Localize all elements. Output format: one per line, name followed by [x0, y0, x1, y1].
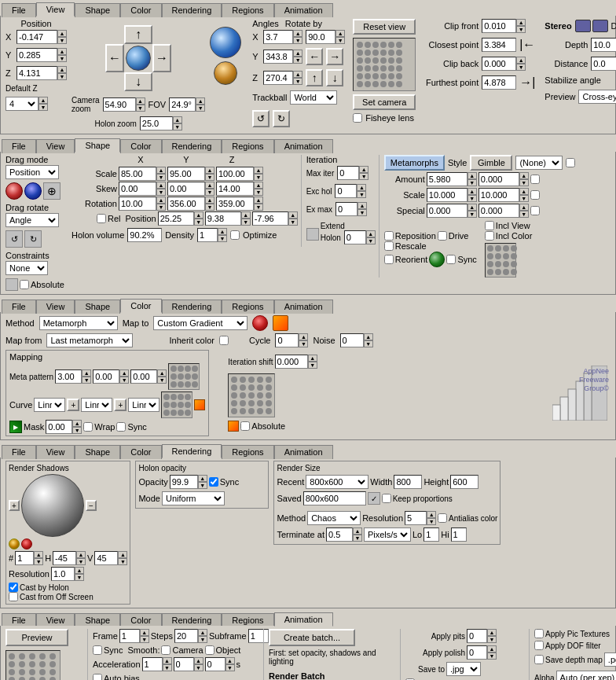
opacity-input[interactable]: ▲▼ — [170, 475, 207, 489]
hash-input[interactable]: ▲▼ — [15, 551, 43, 565]
scale3-input2[interactable]: ▲▼ — [478, 188, 529, 202]
none-select[interactable]: (None) — [515, 156, 563, 170]
drag-mode-select[interactable]: Position — [6, 165, 59, 179]
depth-input[interactable]: ▲▼ — [591, 38, 616, 52]
exc-hol-input[interactable]: ▲▼ — [335, 184, 366, 198]
opacity-sync-check[interactable] — [209, 477, 218, 487]
antialias-check[interactable] — [438, 513, 447, 523]
apply-polish-input[interactable]: ▲▼ — [467, 645, 497, 660]
nav-right-btn[interactable]: → — [152, 44, 171, 72]
preview-btn[interactable]: Preview — [6, 629, 68, 646]
pos-z-input[interactable]: ▲▼ — [252, 211, 298, 226]
rel-checkbox[interactable] — [97, 214, 106, 223]
amount-input2[interactable]: ▲▼ — [478, 172, 529, 186]
hi-input[interactable] — [451, 527, 467, 542]
tab-regions-1[interactable]: Regions — [222, 3, 273, 17]
cycle-input[interactable]: ▲▼ — [275, 333, 308, 347]
scale3-check[interactable] — [530, 190, 540, 200]
incl-view-check[interactable] — [485, 221, 494, 230]
set-camera-btn[interactable]: Set camera — [353, 94, 416, 110]
tab-file-1[interactable]: File — [2, 3, 36, 17]
scale3-input1[interactable]: ▲▼ — [427, 188, 477, 202]
keep-proportions-check[interactable] — [382, 494, 391, 503]
tab-shape-2[interactable]: Shape — [75, 138, 120, 153]
save-to-select[interactable]: .jpg — [446, 662, 481, 676]
curve-plus2[interactable]: + — [114, 399, 126, 411]
amount-check[interactable] — [530, 175, 540, 184]
acc-input2[interactable]: ▲▼ — [174, 657, 204, 671]
apply-pic-check[interactable] — [534, 629, 544, 638]
furthest-input[interactable] — [482, 75, 516, 90]
rotate-up-btn[interactable]: ↑ — [306, 69, 323, 86]
ax-input[interactable]: ▲▼ — [263, 30, 302, 44]
tab-regions-2[interactable]: Regions — [222, 139, 273, 153]
save-depth-check[interactable] — [534, 655, 544, 664]
map-from-select[interactable]: Last metamorph — [46, 333, 133, 347]
tab-file-4[interactable]: File — [2, 445, 36, 459]
alpha-select[interactable]: Auto (per xep) — [556, 671, 616, 680]
rescale-check[interactable] — [384, 241, 394, 251]
drag-rotate-select[interactable]: Angle — [6, 213, 59, 227]
constraints-select[interactable]: None — [6, 261, 48, 275]
sync3-check[interactable] — [116, 422, 126, 432]
nav-left-btn[interactable]: ← — [105, 44, 124, 72]
holon-vol-input[interactable] — [127, 228, 162, 242]
refresh-2-btn[interactable]: ↻ — [273, 110, 290, 127]
frame-input[interactable]: ▲▼ — [119, 629, 149, 643]
tab-rendering-1[interactable]: Rendering — [162, 3, 222, 17]
fisheye-checkbox[interactable] — [353, 113, 362, 123]
cast-by-holon-check[interactable] — [9, 583, 18, 592]
pos-y-input[interactable]: ▲▼ — [205, 211, 251, 226]
rot-input[interactable]: ▲▼ — [306, 30, 345, 44]
cast-from-off-check[interactable] — [9, 592, 18, 601]
density-input[interactable]: ▲▼ — [197, 228, 227, 242]
noise-input[interactable]: ▲▼ — [340, 333, 373, 347]
preview-select[interactable]: Cross-eye — [578, 90, 616, 104]
default-z-down[interactable]: ▼ — [38, 104, 48, 111]
pos-x-input[interactable]: ▲▼ — [158, 211, 204, 226]
tab-color-3[interactable]: Color — [120, 299, 161, 313]
acc-input1[interactable]: ▲▼ — [142, 657, 172, 671]
apply-dof-check[interactable] — [534, 641, 544, 650]
closest-input[interactable] — [482, 38, 516, 52]
tab-view-2[interactable]: View — [36, 139, 75, 153]
tab-animation-3[interactable]: Animation — [274, 300, 333, 314]
tab-shape-1[interactable]: Shape — [75, 3, 120, 17]
height-input[interactable] — [450, 475, 478, 489]
h-input[interactable]: ▲▼ — [53, 551, 86, 565]
iter-shift-input[interactable]: ▲▼ — [275, 355, 317, 369]
meta-input2[interactable]: ▲▼ — [93, 369, 129, 384]
skew-x-input[interactable]: ▲▼ — [119, 182, 166, 196]
rotate-right-btn[interactable]: → — [326, 48, 343, 65]
metamorphs-btn[interactable]: Metamorphs — [384, 155, 445, 171]
amount-input1[interactable]: ▲▼ — [427, 172, 477, 186]
default-z-input[interactable]: 4 ▲▼ — [6, 97, 48, 111]
tab-regions-3[interactable]: Regions — [222, 300, 273, 314]
remove-light-btn[interactable]: − — [86, 500, 97, 511]
rotate-down-btn[interactable]: ↓ — [326, 69, 343, 86]
az-input[interactable]: ▲▼ — [263, 71, 302, 85]
tab-file-2[interactable]: File — [2, 139, 36, 153]
reorient-check[interactable] — [384, 255, 394, 264]
trackball-select[interactable]: World — [290, 90, 337, 105]
special-check[interactable] — [530, 206, 540, 215]
tab-rendering-4[interactable]: Rendering — [162, 444, 222, 458]
skew-y-input[interactable]: ▲▼ — [167, 182, 214, 196]
method4-select[interactable]: Chaos — [307, 511, 361, 525]
ay-input[interactable]: ▲▼ — [263, 50, 302, 64]
z-position-input[interactable]: ▲▼ — [16, 66, 67, 80]
tab-regions-4[interactable]: Regions — [222, 445, 273, 459]
fov-input[interactable]: ▲▼ — [169, 97, 205, 112]
lo-input[interactable] — [424, 527, 439, 542]
reset-view-btn[interactable]: Reset view — [353, 19, 416, 35]
curve-select3[interactable]: Linr — [128, 398, 160, 412]
special-input1[interactable]: ▲▼ — [427, 204, 477, 218]
pixels-select[interactable]: Pixels/s — [364, 527, 411, 542]
camera-zoom-input[interactable]: ▲▼ — [103, 97, 145, 112]
tab-view-4[interactable]: View — [36, 445, 75, 459]
reposition-check[interactable] — [384, 231, 394, 241]
add-light-btn[interactable]: + — [9, 500, 20, 511]
apply-pits-input[interactable]: ▲▼ — [467, 629, 497, 643]
special-input2[interactable]: ▲▼ — [478, 204, 529, 218]
y-pos-up[interactable]: ▲ — [57, 48, 67, 55]
